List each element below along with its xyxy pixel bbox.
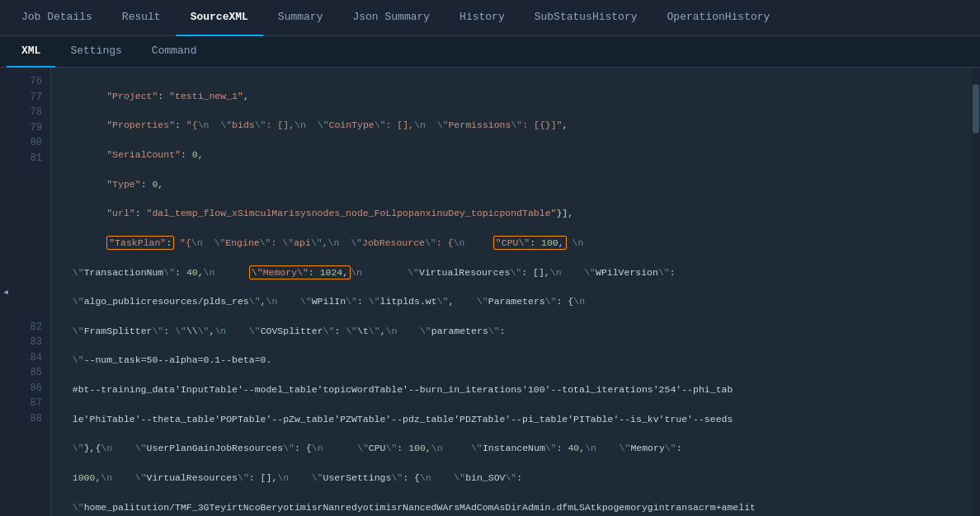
vertical-scrollbar[interactable] [972,68,980,516]
line-num-81: 81 [12,151,50,167]
second-tab-bar: XML Settings Command [0,36,980,68]
line-num-blank4 [12,212,50,228]
line-num-78: 78 [12,105,50,120]
code-line-81f: #bt--training_data'InputTable'--model_ta… [61,382,962,397]
line-num-76: 76 [12,74,50,90]
code-line-78: "SerialCount": 0, [61,148,962,162]
line-num-blank1 [12,167,50,182]
tab-command[interactable]: Command [137,36,212,68]
code-line-76: "Project": "testi_new_1", [61,89,962,104]
app-container: Job Details Result SourceXML Summary Jso… [0,0,980,516]
code-line-79: "Type": 0, [61,177,962,192]
code-line-81j: \"home_palitution/TMF_3GTeyirtNcoBeryoti… [61,500,962,515]
code-line-81i: 1000,\n \"VirtualResources\": [],\n \"Us… [61,471,962,486]
code-line-81g: le'PhiTable'--theta_table'POPTable'--pZw… [61,412,962,427]
tab-source-xml[interactable]: SourceXML [176,0,263,36]
line-num-86: 86 [12,381,50,396]
line-num-blank3 [12,197,50,213]
top-tab-bar: Job Details Result SourceXML Summary Jso… [0,0,980,36]
line-num-blank7 [12,258,50,274]
line-num-88: 88 [12,411,50,427]
line-num-77: 77 [12,90,50,106]
line-numbers: 76 77 78 79 80 81 82 83 84 85 86 87 88 [12,68,51,516]
tab-json-summary[interactable]: Json Summary [337,0,445,36]
highlight-memory: \"Memory\": 1024, [249,265,351,279]
line-num-84: 84 [12,350,50,366]
code-line-81d: \"FramSplitter\": \"\\\",\n \"COVSplitte… [61,324,962,339]
line-num-79: 79 [12,120,50,136]
tab-settings[interactable]: Settings [55,36,136,68]
code-line-81c: \"algo_publicresources/plds_res\",\n \"W… [61,294,962,309]
code-line-81h: \"},{\n \"UserPlanGainJobResources\": {\… [61,441,962,456]
line-num-85: 85 [12,365,50,381]
tab-history[interactable]: History [445,0,520,36]
tab-xml[interactable]: XML [7,36,55,68]
code-line-81b: \"TransactionNum\": 40,\n \"Memory\": 10… [61,265,962,280]
tab-summary[interactable]: Summary [263,0,338,36]
line-num-blank5 [12,228,50,243]
line-num-80: 80 [12,135,50,151]
collapse-panel-button[interactable] [0,68,12,516]
code-line-81e: \"--num_task=50--alpha=0.1--beta=0. [61,353,962,368]
tab-operation-history[interactable]: OperationHistory [653,0,785,36]
line-num-blank10 [12,304,50,320]
code-editor[interactable]: "Project": "testi_new_1", "Properties": … [51,68,972,516]
line-num-blank6 [12,243,50,259]
line-num-blank8 [12,274,50,289]
code-area: 76 77 78 79 80 81 82 83 84 85 86 87 88 [0,68,980,516]
line-num-blank2 [12,181,50,197]
line-num-blank9 [12,288,50,304]
scrollbar-thumb[interactable] [973,84,979,134]
line-num-87: 87 [12,396,50,411]
tab-job-details[interactable]: Job Details [7,0,107,36]
tab-substatus-history[interactable]: SubStatusHistory [520,0,653,36]
highlight-taskplan: "TaskPlan": [106,236,174,250]
highlight-cpu: "CPU\": 100, [493,236,567,250]
line-num-83: 83 [12,335,50,350]
tab-result[interactable]: Result [107,0,176,36]
line-num-82: 82 [12,320,50,335]
code-line-80: "url": "dal_temp_flow_xSimculMarisysnode… [61,206,962,221]
code-line-77: "Properties": "{\n \"bids\": [],\n \"Coi… [61,118,962,133]
code-line-81: "TaskPlan": "{\n \"Engine\": \"api\",\n … [61,236,962,251]
